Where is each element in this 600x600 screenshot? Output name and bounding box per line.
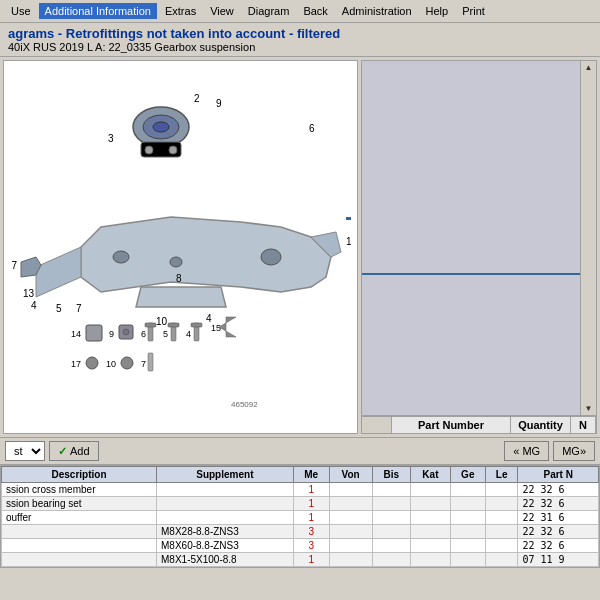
cell-ge — [450, 497, 485, 511]
svg-point-3 — [170, 257, 182, 267]
col-header-quantity: Quantity — [511, 417, 571, 433]
cell-von — [329, 525, 372, 539]
mg-left-button[interactable]: « MG — [504, 441, 549, 461]
cell-me: 1 — [293, 511, 329, 525]
scroll-indicator: ▲ ▼ — [580, 61, 596, 415]
cell-bis — [372, 525, 411, 539]
col-kat: Kat — [411, 467, 451, 483]
menu-administration[interactable]: Administration — [336, 3, 418, 19]
page-title: agrams - Retrofittings not taken into ac… — [8, 26, 592, 41]
scroll-position — [362, 273, 580, 275]
cell-description: ssion bearing set — [2, 497, 157, 511]
title-area: agrams - Retrofittings not taken into ac… — [0, 23, 600, 57]
svg-rect-26 — [145, 323, 156, 327]
cell-von — [329, 539, 372, 553]
menu-back[interactable]: Back — [297, 3, 333, 19]
diagram-area: 1 17 4 5 7 2 3 — [3, 60, 358, 434]
scroll-up-arrow[interactable]: ▲ — [583, 61, 595, 74]
col-me: Me — [293, 467, 329, 483]
cell-le — [485, 553, 518, 567]
cell-bis — [372, 483, 411, 497]
col-header-empty — [362, 417, 392, 433]
col-ge: Ge — [450, 467, 485, 483]
svg-point-16 — [169, 146, 177, 154]
table-row[interactable]: M8X1-5X100-8.8 1 07 11 9 — [2, 553, 599, 567]
add-button[interactable]: ✓ Add — [49, 441, 99, 461]
svg-text:4: 4 — [186, 329, 191, 339]
svg-text:6: 6 — [141, 329, 146, 339]
cell-le — [485, 483, 518, 497]
menu-extras[interactable]: Extras — [159, 3, 202, 19]
svg-rect-35 — [86, 357, 98, 369]
toolbar-right: « MG MG» — [504, 441, 595, 461]
right-panel: ▲ ▼ Part Number Quantity N — [361, 60, 597, 434]
cell-bis — [372, 553, 411, 567]
cell-ge — [450, 525, 485, 539]
svg-text:8: 8 — [176, 273, 182, 284]
cell-von — [329, 497, 372, 511]
svg-rect-39 — [148, 353, 153, 371]
menu-help[interactable]: Help — [420, 3, 455, 19]
cell-description — [2, 525, 157, 539]
table-row[interactable]: M8X60-8.8-ZNS3 3 22 32 6 — [2, 539, 599, 553]
cell-description: ssion cross member — [2, 483, 157, 497]
cell-supplement — [157, 483, 294, 497]
cell-supplement — [157, 497, 294, 511]
svg-text:3: 3 — [108, 133, 114, 144]
menu-diagram[interactable]: Diagram — [242, 3, 296, 19]
cell-kat — [411, 483, 451, 497]
col-header-partnum: Part Number — [392, 417, 511, 433]
col-supplement: Supplement — [157, 467, 294, 483]
table-row[interactable]: ssion cross member 1 22 32 6 — [2, 483, 599, 497]
cell-me: 1 — [293, 497, 329, 511]
menu-use[interactable]: Use — [5, 3, 37, 19]
cell-kat — [411, 525, 451, 539]
type-select[interactable]: st — [5, 441, 45, 461]
table-row[interactable]: ouffer 1 22 31 6 — [2, 511, 599, 525]
col-le: Le — [485, 467, 518, 483]
cell-me: 3 — [293, 525, 329, 539]
table-row[interactable]: ssion bearing set 1 22 32 6 — [2, 497, 599, 511]
svg-text:9: 9 — [109, 329, 114, 339]
table-row[interactable]: M8X28-8.8-ZNS3 3 22 32 6 — [2, 525, 599, 539]
svg-text:7: 7 — [76, 303, 82, 314]
cell-le — [485, 525, 518, 539]
mg-right-button[interactable]: MG» — [553, 441, 595, 461]
table-header-row: Description Supplement Me Von Bis Kat Ge… — [2, 467, 599, 483]
svg-text:7: 7 — [141, 359, 146, 369]
svg-text:5: 5 — [163, 329, 168, 339]
cell-bis — [372, 539, 411, 553]
svg-text:10: 10 — [106, 359, 116, 369]
svg-text:9: 9 — [216, 98, 222, 109]
table-body: ssion cross member 1 22 32 6 ssion beari… — [2, 483, 599, 567]
main-content: 1 17 4 5 7 2 3 — [0, 57, 600, 437]
cell-von — [329, 483, 372, 497]
cell-description — [2, 539, 157, 553]
svg-rect-45 — [346, 217, 351, 220]
col-partn: Part N — [518, 467, 599, 483]
scroll-down-arrow[interactable]: ▼ — [583, 402, 595, 415]
cell-partn: 22 32 6 — [518, 483, 599, 497]
cell-von — [329, 511, 372, 525]
cell-description: ouffer — [2, 511, 157, 525]
page-subtitle: 40iX RUS 2019 L A: 22_0335 Gearbox suspe… — [8, 41, 592, 53]
svg-text:465092: 465092 — [231, 400, 258, 409]
svg-text:17: 17 — [71, 359, 81, 369]
menu-view[interactable]: View — [204, 3, 240, 19]
data-table: Description Supplement Me Von Bis Kat Ge… — [1, 466, 599, 567]
cell-supplement: M8X60-8.8-ZNS3 — [157, 539, 294, 553]
cell-le — [485, 511, 518, 525]
check-icon: ✓ — [58, 445, 67, 458]
add-label: Add — [70, 445, 90, 457]
cell-kat — [411, 553, 451, 567]
col-header-n: N — [571, 417, 596, 433]
menu-print[interactable]: Print — [456, 3, 491, 19]
bottom-table-container: Description Supplement Me Von Bis Kat Ge… — [0, 465, 600, 568]
svg-point-2 — [261, 249, 281, 265]
diagram-svg: 1 17 4 5 7 2 3 — [11, 77, 351, 417]
menu-additional-info[interactable]: Additional Information — [39, 3, 157, 19]
cell-me: 3 — [293, 539, 329, 553]
cell-partn: 22 32 6 — [518, 539, 599, 553]
cell-bis — [372, 497, 411, 511]
svg-rect-29 — [168, 323, 179, 327]
